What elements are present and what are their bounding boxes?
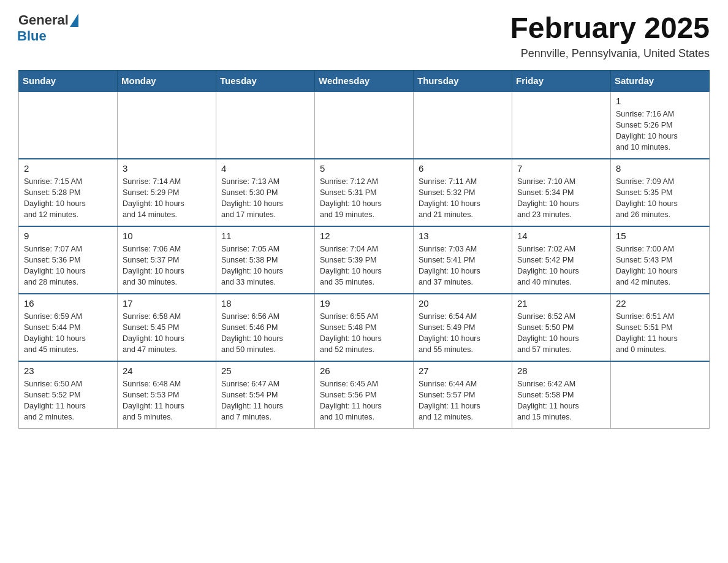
calendar-cell: 15Sunrise: 7:00 AMSunset: 5:43 PMDayligh… (611, 226, 710, 294)
calendar-cell: 5Sunrise: 7:12 AMSunset: 5:31 PMDaylight… (315, 159, 414, 226)
day-info: Sunrise: 6:42 AMSunset: 5:58 PMDaylight:… (517, 378, 605, 423)
location-text: Pennville, Pennsylvania, United States (510, 47, 710, 60)
day-number: 10 (123, 231, 211, 241)
calendar-cell: 20Sunrise: 6:54 AMSunset: 5:49 PMDayligh… (414, 294, 512, 361)
calendar-cell: 6Sunrise: 7:11 AMSunset: 5:32 PMDaylight… (414, 159, 512, 226)
logo-blue-text: Blue (17, 28, 47, 44)
day-number: 7 (517, 163, 605, 174)
day-number: 28 (517, 366, 605, 376)
day-info: Sunrise: 6:44 AMSunset: 5:57 PMDaylight:… (419, 378, 507, 423)
day-number: 11 (221, 231, 309, 241)
day-info: Sunrise: 6:54 AMSunset: 5:49 PMDaylight:… (419, 311, 507, 356)
calendar-cell: 9Sunrise: 7:07 AMSunset: 5:36 PMDaylight… (19, 226, 118, 294)
calendar-cell: 11Sunrise: 7:05 AMSunset: 5:38 PMDayligh… (216, 226, 315, 294)
day-number: 1 (616, 96, 704, 106)
logo-general-text: General (18, 12, 69, 28)
day-number: 6 (419, 163, 507, 174)
calendar-cell: 26Sunrise: 6:45 AMSunset: 5:56 PMDayligh… (315, 361, 414, 429)
calendar-cell (414, 91, 512, 159)
weekday-header-wednesday: Wednesday (315, 70, 414, 91)
calendar-cell: 22Sunrise: 6:51 AMSunset: 5:51 PMDayligh… (611, 294, 710, 361)
calendar-cell: 27Sunrise: 6:44 AMSunset: 5:57 PMDayligh… (414, 361, 512, 429)
calendar-week-row: 1Sunrise: 7:16 AMSunset: 5:26 PMDaylight… (19, 91, 710, 159)
weekday-header-sunday: Sunday (19, 70, 118, 91)
logo-triangle-icon (70, 13, 78, 27)
day-number: 22 (616, 298, 704, 308)
calendar-cell: 4Sunrise: 7:13 AMSunset: 5:30 PMDaylight… (216, 159, 315, 226)
day-info: Sunrise: 7:12 AMSunset: 5:31 PMDaylight:… (320, 176, 408, 221)
day-number: 9 (24, 231, 112, 241)
calendar-cell: 2Sunrise: 7:15 AMSunset: 5:28 PMDaylight… (19, 159, 118, 226)
day-number: 13 (419, 231, 507, 241)
calendar-cell (216, 91, 315, 159)
day-number: 2 (24, 163, 112, 174)
calendar-cell: 8Sunrise: 7:09 AMSunset: 5:35 PMDaylight… (611, 159, 710, 226)
calendar-cell: 14Sunrise: 7:02 AMSunset: 5:42 PMDayligh… (512, 226, 611, 294)
calendar-cell: 28Sunrise: 6:42 AMSunset: 5:58 PMDayligh… (512, 361, 611, 429)
weekday-header-thursday: Thursday (414, 70, 512, 91)
day-info: Sunrise: 7:10 AMSunset: 5:34 PMDaylight:… (517, 176, 605, 221)
calendar-cell: 1Sunrise: 7:16 AMSunset: 5:26 PMDaylight… (611, 91, 710, 159)
calendar-cell: 13Sunrise: 7:03 AMSunset: 5:41 PMDayligh… (414, 226, 512, 294)
day-info: Sunrise: 6:48 AMSunset: 5:53 PMDaylight:… (123, 378, 211, 423)
day-info: Sunrise: 6:51 AMSunset: 5:51 PMDaylight:… (616, 311, 704, 356)
day-info: Sunrise: 7:04 AMSunset: 5:39 PMDaylight:… (320, 243, 408, 288)
day-info: Sunrise: 6:55 AMSunset: 5:48 PMDaylight:… (320, 311, 408, 356)
day-number: 15 (616, 231, 704, 241)
month-title: February 2025 (510, 12, 710, 45)
weekday-header-monday: Monday (118, 70, 216, 91)
day-info: Sunrise: 7:09 AMSunset: 5:35 PMDaylight:… (616, 176, 704, 221)
calendar-cell: 16Sunrise: 6:59 AMSunset: 5:44 PMDayligh… (19, 294, 118, 361)
day-number: 16 (24, 298, 112, 308)
day-number: 4 (221, 163, 309, 174)
day-number: 3 (123, 163, 211, 174)
day-info: Sunrise: 6:56 AMSunset: 5:46 PMDaylight:… (221, 311, 309, 356)
calendar-cell (611, 361, 710, 429)
day-number: 27 (419, 366, 507, 376)
day-info: Sunrise: 6:45 AMSunset: 5:56 PMDaylight:… (320, 378, 408, 423)
title-area: February 2025 Pennville, Pennsylvania, U… (510, 12, 710, 60)
calendar-cell: 17Sunrise: 6:58 AMSunset: 5:45 PMDayligh… (118, 294, 216, 361)
weekday-header-saturday: Saturday (611, 70, 710, 91)
day-info: Sunrise: 7:16 AMSunset: 5:26 PMDaylight:… (616, 109, 704, 153)
page-header: General Blue February 2025 Pennville, Pe… (18, 12, 710, 60)
day-number: 26 (320, 366, 408, 376)
calendar-cell: 10Sunrise: 7:06 AMSunset: 5:37 PMDayligh… (118, 226, 216, 294)
calendar-cell: 25Sunrise: 6:47 AMSunset: 5:54 PMDayligh… (216, 361, 315, 429)
calendar-cell: 19Sunrise: 6:55 AMSunset: 5:48 PMDayligh… (315, 294, 414, 361)
weekday-header-friday: Friday (512, 70, 611, 91)
day-number: 12 (320, 231, 408, 241)
calendar-cell: 21Sunrise: 6:52 AMSunset: 5:50 PMDayligh… (512, 294, 611, 361)
weekday-header-tuesday: Tuesday (216, 70, 315, 91)
logo: General Blue (18, 12, 78, 44)
day-info: Sunrise: 7:15 AMSunset: 5:28 PMDaylight:… (24, 176, 112, 221)
day-number: 20 (419, 298, 507, 308)
calendar-cell: 23Sunrise: 6:50 AMSunset: 5:52 PMDayligh… (19, 361, 118, 429)
calendar-cell: 7Sunrise: 7:10 AMSunset: 5:34 PMDaylight… (512, 159, 611, 226)
day-number: 8 (616, 163, 704, 174)
day-number: 18 (221, 298, 309, 308)
day-number: 5 (320, 163, 408, 174)
calendar-cell (315, 91, 414, 159)
day-number: 25 (221, 366, 309, 376)
day-number: 23 (24, 366, 112, 376)
day-number: 14 (517, 231, 605, 241)
day-info: Sunrise: 6:50 AMSunset: 5:52 PMDaylight:… (24, 378, 112, 423)
calendar-cell (512, 91, 611, 159)
calendar-cell: 12Sunrise: 7:04 AMSunset: 5:39 PMDayligh… (315, 226, 414, 294)
calendar-week-row: 2Sunrise: 7:15 AMSunset: 5:28 PMDaylight… (19, 159, 710, 226)
calendar-cell: 24Sunrise: 6:48 AMSunset: 5:53 PMDayligh… (118, 361, 216, 429)
calendar-cell: 3Sunrise: 7:14 AMSunset: 5:29 PMDaylight… (118, 159, 216, 226)
day-info: Sunrise: 6:47 AMSunset: 5:54 PMDaylight:… (221, 378, 309, 423)
day-info: Sunrise: 7:05 AMSunset: 5:38 PMDaylight:… (221, 243, 309, 288)
day-number: 24 (123, 366, 211, 376)
day-info: Sunrise: 7:03 AMSunset: 5:41 PMDaylight:… (419, 243, 507, 288)
calendar-cell (118, 91, 216, 159)
day-info: Sunrise: 7:11 AMSunset: 5:32 PMDaylight:… (419, 176, 507, 221)
calendar-cell: 18Sunrise: 6:56 AMSunset: 5:46 PMDayligh… (216, 294, 315, 361)
day-info: Sunrise: 7:07 AMSunset: 5:36 PMDaylight:… (24, 243, 112, 288)
calendar-header-row: SundayMondayTuesdayWednesdayThursdayFrid… (19, 70, 710, 91)
day-info: Sunrise: 6:58 AMSunset: 5:45 PMDaylight:… (123, 311, 211, 356)
day-info: Sunrise: 7:02 AMSunset: 5:42 PMDaylight:… (517, 243, 605, 288)
day-info: Sunrise: 7:06 AMSunset: 5:37 PMDaylight:… (123, 243, 211, 288)
